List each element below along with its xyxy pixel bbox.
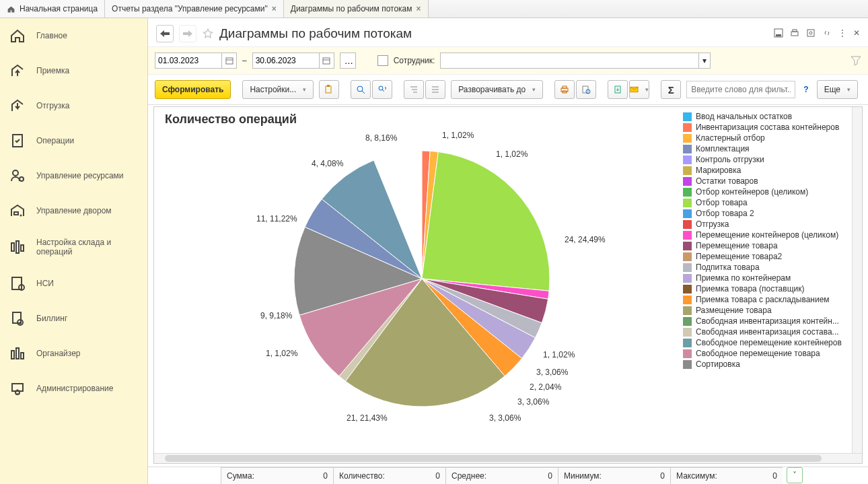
employee-input[interactable] (441, 53, 698, 68)
legend-swatch (683, 317, 692, 326)
res-icon (9, 168, 26, 184)
legend-item[interactable]: Контроль отгрузки (683, 154, 858, 165)
legend-item[interactable]: Свободное перемещение товара (683, 348, 858, 359)
legend-item[interactable]: Подпитка товара (683, 262, 858, 273)
help-button[interactable]: ? (801, 85, 811, 94)
legend-item[interactable]: Отгрузка (683, 219, 858, 230)
legend-label: Приемка по контейнерам (696, 273, 791, 283)
legend-item[interactable]: Приемка товара с раскладыванием (683, 294, 858, 305)
sidebar-item[interactable]: Управление ресурсами (0, 158, 147, 193)
legend-swatch (683, 188, 692, 197)
date-to-field[interactable] (252, 53, 334, 69)
legend-item[interactable]: Приемка товара (поставщик) (683, 283, 858, 294)
legend-item[interactable]: Инвентаризация состава контейнеров (683, 122, 858, 133)
pie-slice-label: 1, 1,02% (266, 349, 297, 358)
sidebar-item[interactable]: НСИ (0, 266, 147, 301)
pie-slice[interactable] (422, 152, 550, 291)
date-from-picker-button[interactable] (221, 53, 236, 68)
legend-item[interactable]: Остатки товаров (683, 176, 858, 186)
legend-item[interactable]: Кластерный отбор (683, 133, 858, 143)
print-icon[interactable] (790, 28, 799, 40)
legend-swatch (683, 145, 692, 153)
print-preview-button[interactable] (576, 80, 596, 99)
find-next-button[interactable] (372, 80, 392, 99)
sidebar-item[interactable]: $Биллинг (0, 301, 147, 336)
legend-label: Инвентаризация состава контейнеров (696, 123, 839, 132)
generate-button[interactable]: Сформировать (155, 80, 231, 99)
sidebar-item[interactable]: Приемка (0, 53, 147, 88)
vertical-scrollbar[interactable] (852, 107, 862, 454)
legend-swatch (683, 296, 692, 304)
report-search-field[interactable] (686, 81, 795, 98)
find-button[interactable] (351, 80, 371, 99)
sum-button[interactable]: Σ (661, 80, 681, 99)
svg-point-23 (809, 32, 812, 34)
sidebar-item[interactable]: Администрирование (0, 371, 147, 406)
window-tab[interactable]: Начальная страница (0, 0, 105, 18)
legend-label: Сортировка (696, 359, 740, 369)
legend-item[interactable]: Свободная инвентаризация состава... (683, 326, 858, 337)
legend-item[interactable]: Отбор товара (683, 197, 858, 208)
date-to-input[interactable] (253, 56, 319, 65)
nav-back-button[interactable] (156, 25, 174, 42)
legend-item[interactable]: Свободное перемещение контейнеров (683, 337, 858, 348)
window-tab[interactable]: Отчеты раздела "Управление ресурсами"× (105, 0, 284, 18)
pie-slice-label: 24, 24,49% (565, 235, 606, 244)
legend-item[interactable]: Маркировка (683, 165, 858, 176)
link-icon[interactable] (822, 28, 832, 40)
pie-slice-label: 11, 11,22% (256, 214, 297, 223)
report-search-input[interactable] (687, 85, 795, 94)
more-menu-icon[interactable]: ⋮ (838, 28, 846, 40)
date-to-picker-button[interactable] (319, 53, 334, 68)
sidebar-item[interactable]: Органайзер (0, 336, 147, 371)
legend-item[interactable]: Сортировка (683, 359, 858, 370)
sidebar-item[interactable]: Операции (0, 123, 147, 158)
legend-item[interactable]: Перемещение товара2 (683, 251, 858, 262)
date-from-input[interactable] (155, 56, 221, 65)
legend-item[interactable]: Приемка по контейнерам (683, 273, 858, 283)
expand-to-button[interactable]: Разворачивать до (451, 80, 543, 99)
window-tabs: Начальная страницаОтчеты раздела "Управл… (0, 0, 868, 18)
pie-slice-label: 8, 8,16% (365, 133, 397, 143)
more-button[interactable]: Еще (817, 80, 858, 99)
preview-icon[interactable] (806, 28, 816, 40)
sidebar-item[interactable]: Отгрузка (0, 88, 147, 123)
svg-rect-14 (16, 348, 19, 359)
favorite-icon[interactable] (202, 28, 214, 40)
collapse-groups-button[interactable] (404, 80, 424, 99)
tab-close-icon[interactable]: × (272, 4, 277, 13)
tab-close-icon[interactable]: × (417, 4, 421, 13)
paste-settings-button[interactable] (319, 80, 339, 99)
save-layout-icon[interactable] (774, 28, 783, 40)
legend-item[interactable]: Отбор контейнеров (целиком) (683, 186, 858, 197)
employee-dropdown-button[interactable]: ▾ (698, 53, 710, 68)
settings-button[interactable]: Настройки... (242, 80, 314, 99)
legend-item[interactable]: Перемещение контейнеров (целиком) (683, 230, 858, 240)
window-tab[interactable]: Диаграммы по рабочим потокам× (284, 0, 429, 18)
period-dialog-button[interactable]: … (340, 53, 356, 69)
legend-item[interactable]: Ввод начальных остатков (683, 111, 858, 122)
date-from-field[interactable] (155, 53, 237, 69)
filter-icon[interactable] (851, 55, 861, 66)
legend-item[interactable]: Комплектация (683, 143, 858, 154)
close-page-icon[interactable]: ✕ (853, 28, 860, 40)
nav-forward-button[interactable] (179, 25, 196, 42)
expand-groups-button[interactable] (425, 80, 445, 99)
sidebar-item[interactable]: Настройка склада и операций (0, 228, 147, 266)
legend-item[interactable]: Отбор товара 2 (683, 208, 858, 219)
employee-field[interactable]: ▾ (440, 53, 711, 69)
legend-item[interactable]: Свободная инвентаризация контейн... (683, 316, 858, 326)
home-icon (9, 28, 26, 44)
status-toggle-button[interactable]: ˅ (787, 467, 803, 483)
status-min: Минимум:0 (558, 467, 670, 484)
legend-item[interactable]: Перемещение товара (683, 240, 858, 251)
print-button[interactable] (554, 80, 575, 99)
employee-checkbox[interactable] (377, 55, 388, 66)
sidebar-item[interactable]: Управление двором (0, 193, 147, 228)
sidebar-item[interactable]: Главное (0, 18, 147, 53)
legend-label: Кластерный отбор (696, 133, 765, 143)
legend-item[interactable]: Размещение товара (683, 305, 858, 316)
send-email-button[interactable] (629, 80, 649, 99)
horizontal-scrollbar[interactable] (154, 453, 862, 463)
save-file-button[interactable] (608, 80, 628, 99)
